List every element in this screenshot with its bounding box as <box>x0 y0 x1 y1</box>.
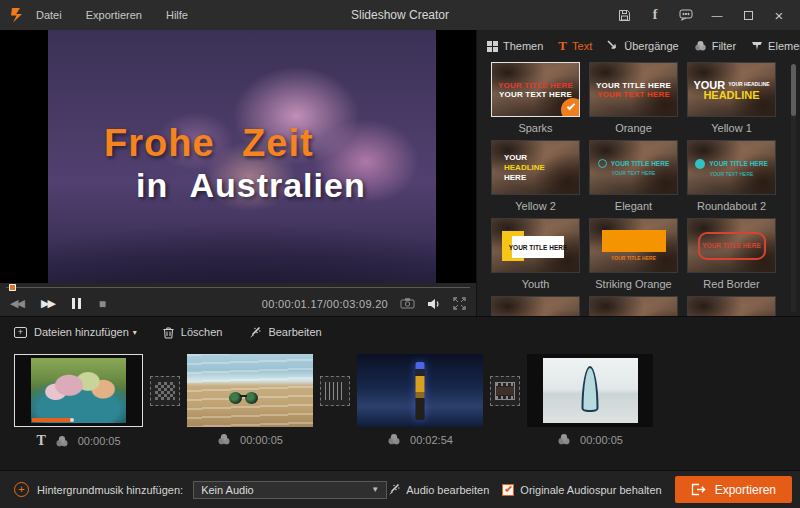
template-yellow-1[interactable]: YOUR YOUR HEADLINE HEADLINE Yellow 1 <box>687 62 776 140</box>
fullscreen-icon[interactable] <box>453 297 466 310</box>
video-frame: Frohe Zeit in Australien <box>48 30 436 283</box>
edit-audio-button[interactable]: Audio bearbeiten <box>387 483 489 496</box>
play-icon[interactable]: ▶▶ <box>41 297 54 310</box>
filter-icon <box>694 40 707 52</box>
add-file-icon: + <box>14 327 27 338</box>
template-thumbnail[interactable]: YOUR TITLE HERE YOUR TEXT HERE <box>687 140 776 195</box>
close-icon[interactable]: × <box>772 8 786 22</box>
keep-original-audio-checkbox[interactable]: Originale Audiospur behalten <box>502 484 661 496</box>
selected-check-icon <box>561 98 580 117</box>
template-text: YOUR TEXT HERE <box>612 170 656 176</box>
template-roundabout-2[interactable]: YOUR TITLE HERE YOUR TEXT HERE Roundabou… <box>687 140 776 218</box>
template-thumbnail[interactable]: YOUR TITLE HERE <box>687 218 776 273</box>
edit-label: Bearbeiten <box>268 326 321 338</box>
transition-mosaic[interactable] <box>150 376 180 406</box>
timeline-toolbar: + Dateien hinzufügen ▾ Löschen <box>0 317 800 347</box>
menu-hilfe[interactable]: Hilfe <box>166 9 188 21</box>
clip-image <box>357 354 483 427</box>
clip-thumbnail[interactable] <box>527 354 653 427</box>
template-sparks[interactable]: YOUR TITLE HERE YOUR TEXT HERE Sparks <box>491 62 580 140</box>
template-thumbnail[interactable]: YOUR TITLE HERE <box>491 218 580 273</box>
clip-thumbnail[interactable] <box>187 354 313 427</box>
clip-meta: 00:02:54 <box>357 433 483 446</box>
export-label: Exportieren <box>715 483 776 497</box>
menu-datei[interactable]: Datei <box>36 9 62 21</box>
template-text: YOUR TITLE HERE <box>611 255 656 261</box>
template-thumbnail[interactable]: YOUR TITLE HERE YOUR TEXT HERE <box>589 140 678 195</box>
feedback-icon[interactable] <box>679 8 693 22</box>
app-window: Datei Exportieren Hilfe Slideshow Creato… <box>0 0 800 508</box>
save-icon[interactable] <box>617 8 631 22</box>
rewind-icon[interactable]: ◀◀ <box>10 297 23 310</box>
app-logo-icon <box>8 6 26 24</box>
add-music-icon[interactable]: + <box>14 482 29 497</box>
edit-button[interactable]: Bearbeiten <box>248 326 321 339</box>
maximize-icon[interactable] <box>741 8 755 22</box>
text-indicator-icon[interactable]: T <box>36 433 45 449</box>
template-striking-orange[interactable]: YOUR TITLE HERE Striking Orange <box>589 218 678 296</box>
template-youth[interactable]: YOUR TITLE HERE Youth <box>491 218 580 296</box>
template-partial[interactable] <box>687 296 776 316</box>
audio-select[interactable]: Kein Audio ▼ <box>193 481 387 499</box>
template-name: Striking Orange <box>589 278 678 290</box>
clip-filter-icon[interactable] <box>217 433 231 446</box>
template-red-border[interactable]: YOUR TITLE HERE Red Border <box>687 218 776 296</box>
template-yellow-2[interactable]: YOUR HEADLINE HERE Yellow 2 <box>491 140 580 218</box>
titlebar: Datei Exportieren Hilfe Slideshow Creato… <box>0 0 800 30</box>
tab-elemente[interactable]: Elemente <box>751 40 800 52</box>
sunglasses-shape <box>225 392 265 406</box>
template-text: YOUR TITLE HERE <box>596 81 671 90</box>
white-square: YOUR TITLE HERE <box>512 236 564 258</box>
clip-filter-icon[interactable] <box>557 433 571 446</box>
template-thumbnail[interactable]: YOUR TITLE HERE YOUR TEXT HERE <box>589 62 678 117</box>
red-border-box: YOUR TITLE HERE <box>698 232 766 260</box>
circle-outline-icon <box>598 159 607 168</box>
template-orange[interactable]: YOUR TITLE HERE YOUR TEXT HERE Orange <box>589 62 678 140</box>
checkbox-checked-icon[interactable] <box>502 484 514 496</box>
template-text: YOUR TEXT HERE <box>499 90 572 99</box>
template-thumbnail[interactable]: YOUR HEADLINE HERE <box>491 140 580 195</box>
export-button[interactable]: Exportieren <box>675 476 792 503</box>
seek-bar[interactable] <box>0 283 476 291</box>
seek-handle[interactable] <box>9 284 16 291</box>
stop-icon[interactable]: ■ <box>99 297 106 311</box>
clip-thumbnail[interactable] <box>357 354 483 427</box>
snapshot-icon[interactable] <box>400 298 415 309</box>
tab-uebergaenge[interactable]: Übergänge <box>607 40 678 52</box>
clip-filter-icon[interactable] <box>55 435 69 448</box>
template-partial[interactable] <box>589 296 678 316</box>
transition-film[interactable] <box>490 376 520 406</box>
clip-duration: 00:02:54 <box>410 434 453 446</box>
add-files-button[interactable]: + Dateien hinzufügen ▾ <box>14 326 137 338</box>
template-thumbnail[interactable]: YOUR YOUR HEADLINE HEADLINE <box>687 62 776 117</box>
overlay-subtitle: in Australien <box>136 166 366 205</box>
panel-scrollbar[interactable] <box>791 64 796 312</box>
clip-image <box>187 354 313 427</box>
menu-exportieren[interactable]: Exportieren <box>86 9 142 21</box>
tab-themen[interactable]: Themen <box>487 40 543 52</box>
audio-bar-right: Audio bearbeiten Originale Audiospur beh… <box>387 476 792 503</box>
transition-waves[interactable] <box>320 376 350 406</box>
template-thumbnail[interactable]: YOUR TITLE HERE <box>589 218 678 273</box>
template-elegant[interactable]: YOUR TITLE HERE YOUR TEXT HERE Elegant <box>589 140 678 218</box>
tab-text[interactable]: T Text <box>558 38 592 54</box>
edit-audio-label: Audio bearbeiten <box>406 484 489 496</box>
clip-thumbnail[interactable] <box>14 354 143 427</box>
volume-icon[interactable] <box>427 298 441 310</box>
template-thumbnail[interactable]: YOUR TITLE HERE YOUR TEXT HERE <box>491 62 580 117</box>
facebook-icon[interactable]: f <box>648 8 662 22</box>
template-partial[interactable] <box>491 296 580 316</box>
audio-select-value: Kein Audio <box>201 484 254 496</box>
seek-track[interactable] <box>6 287 470 288</box>
delete-button[interactable]: Löschen <box>163 326 223 339</box>
clip-filter-icon[interactable] <box>387 433 401 446</box>
clip-duration: 00:00:05 <box>580 434 623 446</box>
clip-meta: 00:00:05 <box>187 433 313 446</box>
minimize-icon[interactable]: — <box>710 8 724 22</box>
scrollbar-thumb[interactable] <box>791 64 796 116</box>
timeline-clip-1: T 00:00:05 <box>14 354 143 449</box>
clip-image <box>543 358 638 423</box>
transition-pattern <box>495 382 515 400</box>
tab-filter[interactable]: Filter <box>694 40 736 52</box>
pause-icon[interactable] <box>72 298 81 309</box>
